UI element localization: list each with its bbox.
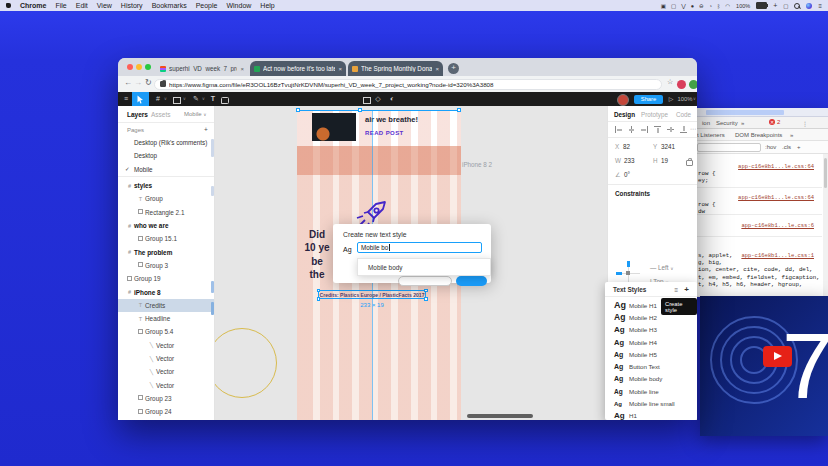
- window-icon[interactable]: ▢: [671, 3, 676, 9]
- layer-row-group[interactable]: TGroup: [118, 192, 215, 205]
- spotlight-search-icon[interactable]: [794, 3, 800, 9]
- apple-menu-icon[interactable]: [6, 3, 11, 8]
- style-name-input[interactable]: Mobile bo: [357, 242, 482, 253]
- layer-row-who-we-are[interactable]: #who we are: [118, 219, 215, 232]
- new-rule-button[interactable]: +: [797, 144, 801, 150]
- style-name-suggestion[interactable]: Mobile body: [357, 258, 491, 276]
- pen-tool-icon[interactable]: ✎: [192, 92, 200, 106]
- align-v-center-icon[interactable]: [667, 126, 674, 133]
- add-style-button[interactable]: +: [684, 285, 689, 294]
- align-right-icon[interactable]: [641, 126, 648, 133]
- layer-row-iphone-8[interactable]: #iPhone 8: [118, 285, 215, 298]
- close-tab-icon[interactable]: ×: [435, 66, 439, 72]
- frame-grid-icon[interactable]: [363, 97, 371, 104]
- close-tab-icon[interactable]: ×: [240, 66, 244, 72]
- menu-item-chrome[interactable]: Chrome: [20, 2, 46, 9]
- page-item[interactable]: ✓Mobile: [118, 163, 215, 176]
- move-tool-selected[interactable]: [132, 92, 149, 106]
- align-bottom-icon[interactable]: [680, 126, 687, 133]
- display-mirroring-icon[interactable]: ▣: [661, 3, 666, 9]
- text-style-item-mobile-line-small[interactable]: AgMobile line small: [605, 397, 697, 409]
- layer-row-group-5-4[interactable]: Group 5.4: [118, 325, 215, 338]
- chevron-down-icon[interactable]: ∨: [182, 92, 187, 106]
- text-style-item-h1[interactable]: AgH1: [605, 410, 697, 420]
- zoom-window-button[interactable]: [145, 64, 151, 70]
- comment-tool-icon[interactable]: [221, 97, 229, 104]
- tab-dom-breakpoints[interactable]: DOM Breakpoints: [735, 132, 782, 138]
- reload-button[interactable]: ↻: [145, 78, 152, 87]
- play-button[interactable]: [763, 346, 792, 367]
- guide-handle[interactable]: [457, 108, 461, 112]
- close-tab-icon[interactable]: ×: [338, 66, 342, 72]
- stylesheet-link[interactable]: app-c16e8b1...le.css:64: [738, 194, 814, 201]
- chevron-down-icon[interactable]: ∨: [692, 92, 697, 106]
- lock-aspect-icon[interactable]: [686, 160, 693, 166]
- subtab-overflow[interactable]: »: [790, 132, 793, 138]
- align-h-center-icon[interactable]: [628, 126, 635, 133]
- menu-item-view[interactable]: View: [97, 2, 112, 9]
- text-style-item-button-text[interactable]: AgButton Text: [605, 360, 697, 372]
- vpn-icon[interactable]: ⋁: [681, 3, 686, 9]
- page-selector[interactable]: Mobile ∨: [184, 111, 207, 117]
- layer-row-group-23[interactable]: Group 23: [118, 392, 215, 405]
- menu-item-file[interactable]: File: [55, 2, 66, 9]
- time-machine-icon[interactable]: ◔: [709, 3, 712, 9]
- layer-row-vector[interactable]: ╲Vector: [118, 365, 215, 378]
- layer-row-group-19[interactable]: Group 19: [118, 272, 215, 285]
- close-window-button[interactable]: [127, 64, 133, 70]
- layer-row-the-problem[interactable]: #The problem: [118, 245, 215, 258]
- layer-row-group-15-1[interactable]: Group 15.1: [118, 232, 215, 245]
- tab-prototype[interactable]: Prototype: [641, 111, 668, 118]
- browser-tab[interactable]: superhi_VD_week_7_project_w ×: [156, 61, 248, 76]
- layer-row-vector[interactable]: ╲Vector: [118, 352, 215, 365]
- menu-item-people[interactable]: People: [196, 2, 218, 9]
- cls-toggle[interactable]: .cls: [782, 144, 791, 150]
- new-tab-button[interactable]: +: [448, 63, 459, 74]
- w-value[interactable]: 233: [624, 157, 635, 164]
- frame-name-label[interactable]: iPhone 8 2: [462, 161, 492, 168]
- layer-row-styles[interactable]: #styles: [118, 179, 215, 192]
- rotation-value[interactable]: 0°: [624, 171, 630, 178]
- bluetooth-icon[interactable]: ᛒ: [717, 3, 720, 9]
- stylesheet-link[interactable]: app-c16e8b1...le.css:64: [738, 163, 814, 170]
- share-button[interactable]: Share: [634, 95, 663, 104]
- layer-row-vector[interactable]: ╲Vector: [118, 339, 215, 352]
- align-left-icon[interactable]: [615, 126, 622, 133]
- cancel-button[interactable]: [398, 276, 452, 286]
- text-style-item-mobile-h3[interactable]: AgMobile H3: [605, 324, 697, 336]
- add-page-button[interactable]: +: [204, 126, 208, 133]
- browser-tab-active[interactable]: Act now before it's too late. Fi ×: [250, 61, 346, 76]
- more-align-icon[interactable]: ⋯: [690, 125, 696, 132]
- h-value[interactable]: 19: [661, 157, 668, 164]
- layer-row-rectangle-2-1[interactable]: Rectangle 2.1: [118, 206, 215, 219]
- devtools-error-badge[interactable]: ✕2: [769, 119, 780, 125]
- layer-row-vector[interactable]: ╲Vector: [118, 378, 215, 391]
- tab-layers[interactable]: Layers: [127, 111, 148, 118]
- shape-tool-icon[interactable]: [173, 97, 181, 104]
- do-not-disturb-icon[interactable]: ⊖: [699, 3, 704, 9]
- hov-toggle[interactable]: :hov: [765, 144, 776, 150]
- selection-handle[interactable]: [424, 289, 428, 293]
- devtools-tab-partial[interactable]: ion: [702, 120, 710, 126]
- menu-item-edit[interactable]: Edit: [76, 2, 88, 9]
- forward-button[interactable]: →: [134, 78, 142, 87]
- dropbox-icon[interactable]: ●: [691, 3, 694, 9]
- text-style-item-mobile-h5[interactable]: AgMobile H5: [605, 348, 697, 360]
- chevron-down-icon[interactable]: ∨: [201, 92, 206, 106]
- selection-handle[interactable]: [424, 297, 428, 301]
- menu-item-history[interactable]: History: [121, 2, 143, 9]
- stylesheet-link[interactable]: app-c16e8b1...le.css:6: [741, 222, 814, 229]
- plus-icon[interactable]: +: [773, 2, 777, 9]
- notification-center-icon[interactable]: ≡: [818, 3, 822, 9]
- menu-item-bookmarks[interactable]: Bookmarks: [152, 2, 187, 9]
- layer-row-credits[interactable]: TCredits: [118, 299, 215, 312]
- tab-assets[interactable]: Assets: [151, 111, 171, 118]
- style-filter-input[interactable]: [697, 143, 761, 152]
- align-top-icon[interactable]: [654, 126, 661, 133]
- wifi-icon[interactable]: ◠: [725, 3, 730, 9]
- canvas-horizontal-scrollbar[interactable]: [467, 414, 533, 418]
- text-style-item-mobile-h4[interactable]: AgMobile H4: [605, 336, 697, 348]
- user-avatar[interactable]: [617, 94, 629, 106]
- layer-row-group-24[interactable]: Group 24: [118, 405, 215, 418]
- tab-code[interactable]: Code: [676, 111, 691, 118]
